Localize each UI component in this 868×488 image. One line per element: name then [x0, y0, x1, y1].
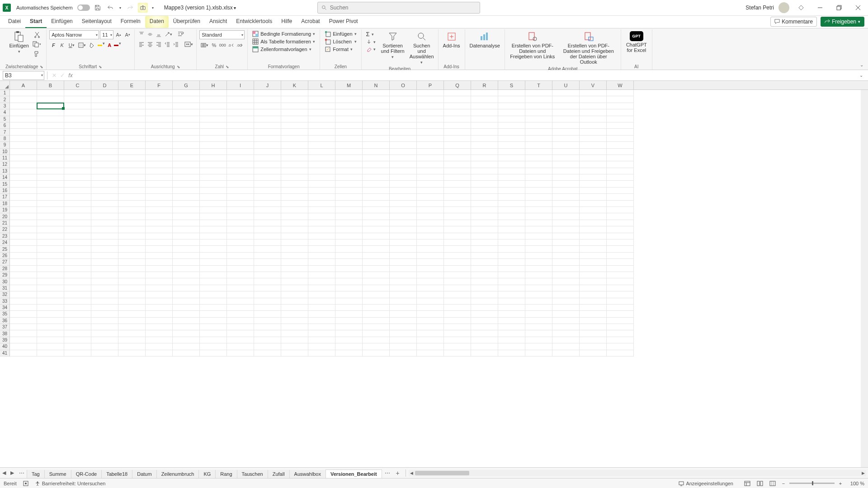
tab-einfügen[interactable]: Einfügen [47, 16, 77, 28]
cell[interactable] [308, 253, 335, 259]
insert-function-icon[interactable]: fx [66, 71, 75, 80]
cell[interactable] [200, 213, 227, 220]
cell[interactable] [146, 213, 173, 220]
cell[interactable] [444, 194, 471, 200]
cell[interactable] [146, 330, 173, 337]
row-header[interactable]: 30 [0, 278, 10, 285]
cell[interactable] [525, 136, 552, 142]
cell[interactable] [471, 213, 498, 220]
cell[interactable] [471, 246, 498, 252]
cell[interactable] [552, 272, 580, 278]
cell[interactable] [64, 136, 91, 142]
cell[interactable] [335, 213, 363, 220]
cell[interactable] [580, 103, 607, 109]
cell[interactable] [37, 181, 64, 187]
cell[interactable] [10, 305, 37, 311]
cell[interactable] [227, 239, 254, 246]
cell[interactable] [173, 194, 200, 200]
cell[interactable] [118, 155, 146, 161]
cell[interactable] [200, 285, 227, 291]
cell[interactable] [444, 278, 471, 285]
cell[interactable] [146, 129, 173, 135]
minimize-button[interactable] [813, 0, 827, 15]
cell[interactable] [281, 278, 308, 285]
row-header[interactable]: 17 [0, 194, 10, 200]
sheet-tab-tauschen[interactable]: Tauschen [237, 470, 268, 478]
cell[interactable] [64, 337, 91, 343]
cell[interactable] [580, 168, 607, 174]
increase-indent-icon[interactable] [172, 40, 180, 48]
cell[interactable] [390, 298, 417, 305]
cell[interactable] [498, 136, 525, 142]
cell[interactable] [363, 266, 390, 272]
row-header[interactable]: 14 [0, 174, 10, 181]
cell[interactable] [10, 246, 37, 252]
cell[interactable] [200, 272, 227, 278]
cell[interactable] [254, 233, 281, 239]
cell[interactable] [64, 330, 91, 337]
cell[interactable] [580, 213, 607, 220]
cell[interactable] [227, 142, 254, 148]
cell[interactable] [471, 311, 498, 317]
bold-button[interactable]: F [49, 41, 57, 49]
cell[interactable] [146, 174, 173, 181]
cell[interactable] [607, 129, 634, 135]
cell[interactable] [417, 194, 444, 200]
cell[interactable] [607, 142, 634, 148]
cell[interactable] [173, 259, 200, 265]
cell[interactable] [525, 337, 552, 343]
cell[interactable] [552, 161, 580, 168]
sheet-tab-kg[interactable]: KG [198, 470, 216, 478]
cell[interactable] [335, 96, 363, 103]
cell[interactable] [118, 142, 146, 148]
cell[interactable] [281, 194, 308, 200]
cell[interactable] [200, 109, 227, 116]
cell[interactable] [390, 291, 417, 298]
cell[interactable] [498, 291, 525, 298]
column-header[interactable]: O [390, 81, 417, 89]
increase-font-icon[interactable]: A▴ [114, 31, 123, 39]
cell[interactable] [10, 213, 37, 220]
cell[interactable] [173, 318, 200, 324]
cell[interactable] [91, 174, 118, 181]
cell[interactable] [580, 161, 607, 168]
column-header[interactable]: Q [444, 81, 471, 89]
orientation-icon[interactable]: ▾ [163, 30, 173, 38]
cell[interactable] [607, 272, 634, 278]
cell[interactable] [308, 207, 335, 213]
tab-seitenlayout[interactable]: Seitenlayout [77, 16, 116, 28]
cell[interactable] [254, 168, 281, 174]
cell[interactable] [525, 239, 552, 246]
cell[interactable] [308, 174, 335, 181]
qat-customize[interactable]: ▾ [151, 3, 155, 13]
cell[interactable] [308, 311, 335, 317]
cell[interactable] [335, 155, 363, 161]
cell[interactable] [607, 305, 634, 311]
cell[interactable] [37, 285, 64, 291]
cell[interactable] [363, 129, 390, 135]
align-center-icon[interactable] [146, 40, 154, 48]
cell[interactable] [417, 129, 444, 135]
cell[interactable] [417, 246, 444, 252]
cell[interactable] [281, 129, 308, 135]
cell[interactable] [607, 103, 634, 109]
cell[interactable] [281, 188, 308, 194]
underline-button[interactable]: U▾ [66, 41, 76, 49]
cell[interactable] [227, 343, 254, 350]
cell[interactable] [308, 324, 335, 330]
cell[interactable] [580, 136, 607, 142]
cell[interactable] [580, 343, 607, 350]
cell[interactable] [335, 149, 363, 155]
cell[interactable] [37, 233, 64, 239]
cell[interactable] [37, 201, 64, 207]
row-header[interactable]: 8 [0, 136, 10, 142]
cell[interactable] [417, 259, 444, 265]
cell[interactable] [444, 129, 471, 135]
cell[interactable] [390, 318, 417, 324]
cell[interactable] [390, 142, 417, 148]
delete-cells-button[interactable]: Löschen▾ [323, 38, 358, 45]
cell[interactable] [607, 253, 634, 259]
cell[interactable] [10, 239, 37, 246]
cell[interactable] [227, 168, 254, 174]
cell[interactable] [37, 168, 64, 174]
